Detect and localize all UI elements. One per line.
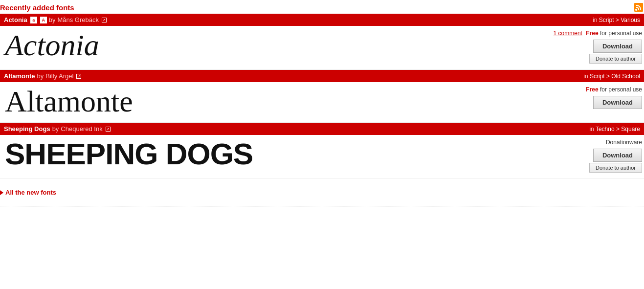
donate-button-actonia[interactable]: Donate to author (589, 54, 642, 64)
all-fonts-section: All the new fonts (0, 179, 644, 202)
font-actions-altamonte: Free for personal use Download (585, 86, 644, 109)
font-header-right-sheepingdogs: in Techno > Square (589, 126, 640, 133)
license-free-altamonte: Free (586, 86, 598, 93)
author-link-sheepingdogs[interactable]: Chequered Ink (61, 125, 102, 133)
font-entry-altamonte: Altamonte by Billy Argel ↗ in Script > O… (0, 70, 644, 123)
arrow-right-icon (0, 190, 3, 195)
font-header-right-altamonte: in Script > Old School (583, 73, 640, 80)
font-name-link-altamonte[interactable]: Altamonte (4, 72, 35, 80)
section-title: Recently added fonts (0, 3, 74, 12)
bottom-divider (0, 206, 644, 206)
category-prefix-altamonte: in (583, 73, 590, 80)
download-button-actonia[interactable]: Download (593, 40, 642, 53)
license-rest-altamonte: for personal use (599, 86, 642, 93)
download-button-sheepingdogs[interactable]: Download (593, 149, 642, 162)
font-meta-altamonte: Free for personal use (586, 86, 642, 93)
category-prefix-sheepingdogs: in (589, 126, 595, 133)
font-preview-altamonte: Altamonte (0, 86, 585, 116)
font-preview-text-altamonte: Altamonte (5, 81, 133, 122)
font-header-left-altamonte: Altamonte by Billy Argel ↗ (4, 72, 81, 80)
font-actions-sheepingdogs: Donationware Download Donate to author (585, 139, 644, 173)
all-fonts-link[interactable]: All the new fonts (0, 183, 644, 200)
font-actions-actonia: 1 comment Free for personal use Download… (554, 30, 644, 64)
font-icon-2: A (40, 17, 47, 23)
license-free-actonia: Free (586, 30, 598, 37)
author-prefix: by (49, 16, 56, 23)
external-link-icon-altamonte: ↗ (76, 74, 81, 79)
download-button-altamonte[interactable]: Download (593, 96, 642, 109)
category-link-altamonte[interactable]: Script > Old School (590, 73, 640, 80)
font-meta-sheepingdogs: Donationware (606, 139, 642, 146)
external-link-icon-actonia: ↗ (102, 18, 107, 22)
font-preview-text-sheepingdogs: SHEEPING DOGS (5, 133, 253, 175)
license-rest-actonia: for personal use (599, 30, 642, 37)
rss-icon[interactable] (634, 3, 643, 12)
svg-point-1 (635, 9, 637, 11)
category-prefix: in (593, 17, 599, 23)
author-prefix-sheepingdogs: by (52, 125, 59, 133)
font-body-sheepingdogs: SHEEPING DOGS Donationware Download Dona… (0, 135, 644, 178)
comment-link-actonia[interactable]: 1 comment (554, 30, 582, 37)
author-link-altamonte[interactable]: Billy Argel (45, 72, 73, 80)
font-header-left: Actonia a A by Måns Grebäck ↗ (4, 16, 107, 23)
font-header-right-actonia: in Script > Various (593, 17, 640, 23)
font-body-altamonte: Altamonte Free for personal use Download (0, 82, 644, 122)
font-entry-actonia: Actonia a A by Måns Grebäck ↗ in Script … (0, 14, 644, 70)
font-icon-1: a (30, 17, 37, 23)
external-link-icon-sheepingdogs: ↗ (106, 127, 111, 132)
font-header-left-sheepingdogs: Sheeping Dogs by Chequered Ink ↗ (4, 125, 111, 133)
author-prefix-altamonte: by (37, 72, 44, 80)
font-meta-actonia: 1 comment Free for personal use (554, 30, 642, 37)
author-link-actonia[interactable]: Måns Grebäck (57, 16, 99, 23)
donate-button-sheepingdogs[interactable]: Donate to author (589, 163, 642, 173)
category-link-sheepingdogs[interactable]: Techno > Square (596, 126, 640, 133)
category-link-actonia[interactable]: Script > Various (599, 17, 640, 23)
font-preview-actonia: Actonia (0, 30, 554, 60)
all-fonts-label: All the new fonts (5, 189, 56, 196)
license-donationware-sheepingdogs: Donationware (606, 139, 642, 146)
font-name-link-sheepingdogs[interactable]: Sheeping Dogs (4, 125, 50, 133)
font-preview-sheepingdogs: SHEEPING DOGS (0, 139, 585, 169)
font-entry-sheepingdogs: Sheeping Dogs by Chequered Ink ↗ in Tech… (0, 123, 644, 179)
font-name-link-actonia[interactable]: Actonia (4, 16, 27, 23)
font-body-actonia: Actonia 1 comment Free for personal use … (0, 26, 644, 69)
font-preview-text-actonia: Actonia (5, 24, 99, 66)
